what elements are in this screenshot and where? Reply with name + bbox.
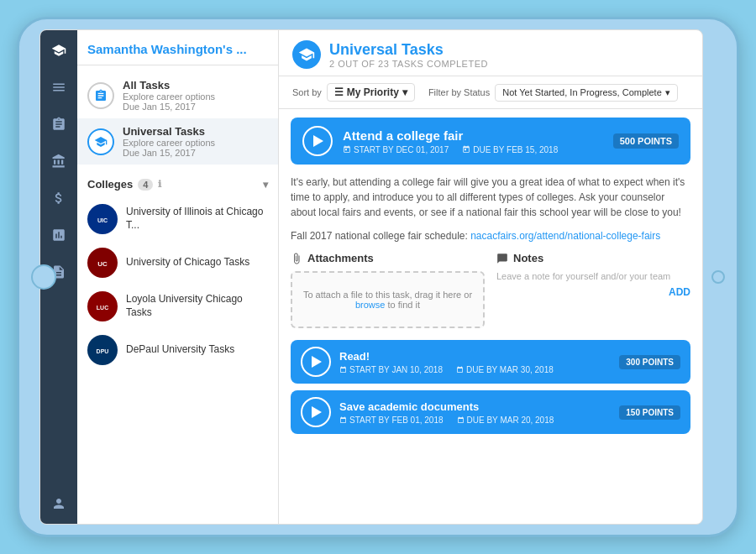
colleges-section-header-left: Colleges 4 ℹ	[87, 178, 161, 191]
secondary-task-title-1: Save academic documents	[339, 400, 611, 413]
student-name: Samantha Washington's ...	[87, 42, 268, 56]
info-icon: ℹ	[158, 179, 161, 190]
college-logo-uic: UIC	[87, 204, 118, 234]
left-panel-header: Samantha Washington's ...	[77, 30, 278, 65]
college-name-loyola: Loyola University Chicago Tasks	[126, 293, 268, 319]
sec-task-0-start: START BY JAN 10, 2018	[339, 365, 443, 374]
universal-tasks-icon	[87, 128, 114, 155]
universal-tasks-sub1: Explore career options	[123, 138, 268, 148]
home-button[interactable]	[31, 264, 56, 290]
nav-icon-dollar[interactable]	[47, 186, 71, 210]
play-triangle-icon	[313, 135, 323, 147]
task-list: All Tasks Explore career options Due Jan…	[77, 65, 278, 171]
status-filter-group: Filter by Status Not Yet Started, In Pro…	[428, 84, 678, 102]
universal-tasks-main-title: Universal Tasks	[329, 41, 488, 59]
right-content: Attend a college fair START BY DEC 01, 2…	[279, 109, 702, 524]
sort-chevron-icon: ▾	[402, 86, 407, 98]
college-logo-loyola: LUC	[87, 291, 118, 321]
right-panel-title-group: Universal Tasks 2 OUT OF 23 TASKS COMPLE…	[329, 41, 488, 69]
attach-browse-link[interactable]: browse	[355, 300, 385, 310]
main-task-due-date: DUE BY FEB 15, 2018	[462, 145, 558, 154]
secondary-task-play-button-1[interactable]	[301, 397, 331, 427]
college-name-uic: University of Illinois at Chicago T...	[126, 206, 268, 232]
main-task-start-date: START BY DEC 01, 2017	[343, 145, 449, 154]
sec-task-1-start-text: START BY FEB 01, 2018	[349, 416, 444, 425]
college-logo-uc: UC	[87, 248, 118, 278]
nav-icon-user[interactable]	[47, 492, 71, 515]
play-triangle-icon-1	[312, 406, 322, 418]
secondary-task-info-1: Save academic documents START BY FEB 01,…	[339, 400, 611, 425]
attach-suffix-text: to find it	[388, 300, 421, 310]
secondary-task-dates-0: START BY JAN 10, 2018 DUE BY MAR 30, 201…	[339, 365, 611, 374]
filter-bar: Sort by ☰ My Priority ▾ Filter by Status…	[279, 76, 702, 109]
task-description: It's early, but attending a college fair…	[291, 175, 690, 220]
schedule-label: Fall 2017 national college fair schedule…	[291, 230, 470, 242]
sort-filter-group: Sort by ☰ My Priority ▾	[292, 83, 415, 102]
sort-value: My Priority	[347, 86, 399, 98]
main-task-dates: START BY DEC 01, 2017 DUE BY FEB 15, 201…	[343, 145, 603, 154]
notes-label: Notes	[513, 252, 543, 264]
right-panel: Universal Tasks 2 OUT OF 23 TASKS COMPLE…	[279, 30, 702, 524]
main-task-info: Attend a college fair START BY DEC 01, 2…	[343, 128, 603, 154]
status-select[interactable]: Not Yet Started, In Progress, Complete ▾	[495, 84, 678, 102]
svg-text:DPU: DPU	[97, 348, 109, 354]
sec-task-1-due: DUE BY MAR 20, 2018	[457, 416, 554, 425]
universal-tasks-sub2: Due Jan 15, 2017	[123, 148, 268, 158]
nav-icon-clipboard[interactable]	[47, 112, 71, 136]
attachments-label: Attachments	[307, 252, 374, 264]
nav-icon-bank[interactable]	[47, 149, 71, 173]
secondary-task-card-1: Save academic documents START BY FEB 01,…	[291, 390, 690, 434]
sec-task-0-due-text: DUE BY MAR 30, 2018	[466, 365, 554, 374]
sort-select[interactable]: ☰ My Priority ▾	[327, 83, 415, 102]
main-task-points: 500 POINTS	[613, 133, 679, 149]
left-panel: Samantha Washington's ... All Tasks Expl…	[77, 30, 279, 524]
attachments-box: Attachments To attach a file to this tas…	[291, 252, 485, 328]
colleges-section-header[interactable]: Colleges 4 ℹ ▾	[77, 171, 278, 197]
task-item-all[interactable]: All Tasks Explore career options Due Jan…	[77, 72, 278, 118]
secondary-task-card-0: Read! START BY JAN 10, 2018 DUE BY MAR 3…	[291, 340, 690, 384]
secondary-task-title-0: Read!	[339, 350, 611, 363]
main-task-due-text: DUE BY FEB 15, 2018	[473, 145, 558, 154]
secondary-task-points-1: 150 POINTS	[619, 405, 680, 420]
nav-icon-graduation[interactable]	[47, 39, 71, 62]
task-schedule: Fall 2017 national college fair schedule…	[291, 230, 690, 242]
svg-text:LUC: LUC	[97, 305, 108, 311]
sort-by-label: Sort by	[292, 87, 322, 97]
chevron-down-icon: ▾	[263, 179, 268, 191]
play-triangle-icon-0	[312, 356, 322, 368]
right-panel-header: Universal Tasks 2 OUT OF 23 TASKS COMPLE…	[279, 30, 702, 76]
all-tasks-sub1: Explore career options	[123, 91, 268, 102]
svg-text:UIC: UIC	[97, 217, 108, 224]
filter-lines-icon: ☰	[334, 86, 344, 98]
main-task-play-button[interactable]	[302, 126, 333, 156]
status-chevron-icon: ▾	[665, 87, 670, 98]
status-filter-value: Not Yet Started, In Progress, Complete	[502, 87, 662, 97]
universal-tasks-info: Universal Tasks Explore career options D…	[123, 125, 268, 158]
main-task-title: Attend a college fair	[343, 128, 603, 143]
side-button[interactable]	[711, 270, 725, 284]
schedule-link[interactable]: nacacfairs.org/attend/national-college-f…	[470, 230, 660, 242]
notes-add-button[interactable]: ADD	[496, 286, 690, 298]
secondary-task-play-button-0[interactable]	[301, 347, 331, 377]
nav-icon-menu[interactable]	[47, 76, 71, 99]
sec-task-0-start-text: START BY JAN 10, 2018	[349, 365, 443, 374]
secondary-task-points-0: 300 POINTS	[619, 355, 680, 369]
college-logo-depaul: DPU	[87, 335, 118, 365]
task-item-universal[interactable]: Universal Tasks Explore career options D…	[77, 118, 278, 165]
attach-notes-row: Attachments To attach a file to this tas…	[291, 252, 690, 328]
college-item-depaul[interactable]: DPU DePaul University Tasks	[77, 328, 278, 372]
colleges-label: Colleges	[87, 178, 133, 191]
college-name-uc: University of Chicago Tasks	[126, 256, 249, 269]
filter-by-label: Filter by Status	[428, 87, 490, 97]
sec-task-0-due: DUE BY MAR 30, 2018	[456, 365, 554, 374]
notes-placeholder: Leave a note for yourself and/or your te…	[496, 271, 690, 281]
tablet-frame: Samantha Washington's ... All Tasks Expl…	[17, 17, 739, 537]
nav-icon-chart[interactable]	[47, 223, 71, 247]
universal-tasks-header-icon	[292, 40, 321, 69]
all-tasks-icon	[87, 82, 114, 109]
college-item-loyola[interactable]: LUC Loyola University Chicago Tasks	[77, 285, 278, 328]
college-item-uic[interactable]: UIC University of Illinois at Chicago T.…	[77, 197, 278, 241]
attachments-dropzone[interactable]: To attach a file to this task, drag it h…	[291, 271, 485, 328]
college-item-uc[interactable]: UC University of Chicago Tasks	[77, 241, 278, 285]
college-name-depaul: DePaul University Tasks	[126, 343, 234, 357]
